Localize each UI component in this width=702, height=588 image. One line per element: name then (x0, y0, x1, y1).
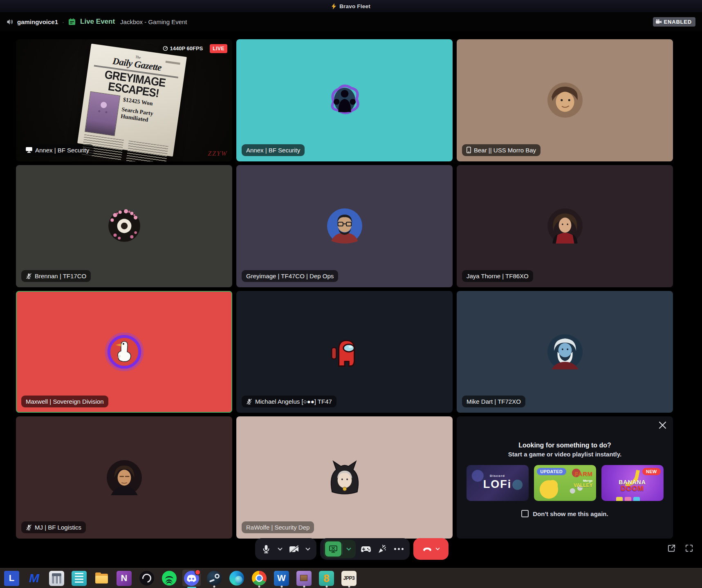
segment-divider (342, 544, 343, 554)
participant-label: RaWolfe | Security Dep (242, 521, 314, 533)
channel-header: gamingvoice1 · Live Event Jackbox - Gami… (0, 12, 702, 31)
promo-card-banana-doom[interactable]: NEW BANANA DOOM (601, 465, 664, 501)
participant-name: Annex | BF Security (246, 147, 300, 154)
avatar-blue-alien-white-beard (547, 334, 583, 369)
taskbar-jackbox-box[interactable] (293, 568, 315, 588)
participant-label: Maxwell | Sovereign Division (21, 396, 108, 407)
taskbar-notepad[interactable] (68, 568, 90, 588)
camera-options-chevron[interactable] (303, 541, 313, 558)
tile-michael[interactable]: Michael Angelus [○●●] TF47 (236, 291, 453, 413)
av-control-group (255, 538, 316, 560)
popout-icon[interactable] (667, 543, 676, 553)
party-button[interactable] (375, 541, 390, 558)
tile-mj[interactable]: MJ | BF Logistics (16, 416, 232, 539)
close-icon[interactable] (659, 421, 666, 429)
new-badge: NEW (642, 468, 661, 475)
banana-title-2: DOOM (621, 485, 644, 492)
call-controls (255, 538, 449, 560)
channel-name: gamingvoice1 (17, 18, 58, 25)
participant-name: RaWolfe | Security Dep (246, 524, 310, 531)
screen-share-options-chevron[interactable] (343, 541, 354, 558)
tile-annex-stream[interactable]: The Daily Gazette GREYIMAGE ESCAPES! $12… (16, 39, 232, 161)
avatar-cup-blossoms (106, 208, 143, 244)
taskbar-edge[interactable] (225, 568, 248, 588)
discord-logo-icon (186, 575, 197, 582)
dismiss-row[interactable]: Don't show me this again. (457, 510, 673, 517)
promo-card-farm-merge-valley[interactable]: UPDATED FARM Merge VALLEY (534, 465, 596, 501)
mobile-icon (467, 147, 471, 153)
microphone-options-chevron[interactable] (275, 541, 285, 558)
chevron-down-icon (435, 548, 440, 550)
game-activity-button[interactable] (358, 541, 374, 558)
taskbar-word[interactable]: W (270, 568, 293, 588)
participant-label: Annex | BF Security (242, 144, 305, 156)
taskbar-party-pack-8[interactable]: 8 (315, 568, 338, 588)
mic-muted-icon (26, 524, 32, 530)
avatar-among-us-crewmate (330, 335, 360, 369)
tile-maxwell[interactable]: Maxwell | Sovereign Division (16, 291, 232, 413)
camera-button[interactable] (286, 541, 302, 558)
tile-rawolfe[interactable]: RaWolfe | Security Dep (236, 416, 453, 539)
fullscreen-icon[interactable] (684, 543, 694, 553)
tile-mike-dart[interactable]: Mike Dart | TF72XO (457, 291, 673, 413)
mic-muted-icon (246, 398, 252, 405)
taskbar-party-pack-3[interactable]: JPP3 (338, 568, 360, 588)
participant-name: Annex | BF Security (35, 147, 89, 154)
tile-brennan[interactable]: Brennan | TF17CO (16, 165, 232, 287)
microphone-icon (262, 545, 270, 554)
promo-card-lofi[interactable]: Discord LOFi (467, 465, 529, 501)
tile-annex[interactable]: Annex | BF Security (236, 39, 453, 161)
activity-control-group (320, 538, 410, 560)
participant-name: Maxwell | Sovereign Division (26, 398, 104, 405)
taskbar-steam[interactable] (203, 568, 225, 588)
discord-notification-badge (195, 569, 201, 575)
lofi-brand: Discord (467, 474, 529, 478)
view-controls (667, 543, 694, 553)
taskbar-file-explorer[interactable] (90, 568, 113, 588)
microphone-button[interactable] (258, 541, 274, 558)
participant-name: Michael Angelus [○●●] TF47 (255, 398, 332, 405)
dont-show-checkbox[interactable] (521, 510, 529, 517)
banana-mini-cards (616, 497, 640, 501)
hang-up-icon (422, 547, 432, 552)
taskbar-chrome[interactable] (248, 568, 270, 588)
lofi-title: LOFi (467, 478, 529, 491)
taskbar-l-app[interactable]: L (0, 568, 23, 588)
disconnect-button[interactable] (413, 538, 449, 560)
taskbar-spotify[interactable] (158, 568, 180, 588)
taskbar: L M N W 8 JPP3 (0, 568, 702, 588)
chevron-down-icon (278, 548, 283, 551)
participant-name: Bear || USS Morro Bay (474, 147, 536, 154)
event-name: Jackbox - Gaming Event (120, 18, 187, 25)
overlay-enabled-badge[interactable]: ENABLED (653, 17, 695, 27)
game-controller-icon (361, 546, 371, 552)
farm-title-1: FARM (574, 470, 593, 477)
avatar-goose-purple-ring (104, 332, 144, 372)
taskbar-obs-studio[interactable] (135, 568, 158, 588)
avatar-hooded-figure (324, 80, 365, 121)
newspaper-graphic: The Daily Gazette GREYIMAGE ESCAPES! $12… (77, 44, 187, 157)
taskbar-discord[interactable] (180, 568, 203, 588)
taskbar-onenote[interactable]: N (113, 568, 135, 588)
stream-watermark: ZZYW (208, 150, 227, 157)
quality-icon (163, 46, 168, 51)
screen-share-segment (323, 540, 356, 558)
avatar-bearded-man-glasses (327, 208, 362, 244)
chevron-down-icon (305, 548, 310, 551)
taskbar-calculator[interactable] (45, 568, 68, 588)
participant-name: Jaya Thorne | TF86XO (467, 273, 529, 279)
screen-share-button[interactable] (325, 541, 341, 557)
tile-jaya[interactable]: Jaya Thorne | TF86XO (457, 165, 673, 287)
stream-quality-text: 1440P 60FPS (170, 45, 203, 51)
active-app-indicator (187, 587, 196, 588)
newspaper-photo (85, 92, 120, 136)
tile-greyimage[interactable]: Greyimage | TF47CO | Dep Ops (236, 165, 453, 287)
participant-label: Annex | BF Security (21, 144, 94, 156)
taskbar-m-app[interactable]: M (23, 568, 45, 588)
live-badge: LIVE (210, 44, 227, 53)
tile-bear[interactable]: Bear || USS Morro Bay (457, 39, 673, 161)
more-options-button[interactable] (391, 541, 406, 558)
avatar-squinting-man (107, 460, 142, 495)
avatar-cat-hood-character (325, 458, 364, 497)
promo-heading: Looking for something to do? (457, 442, 673, 449)
